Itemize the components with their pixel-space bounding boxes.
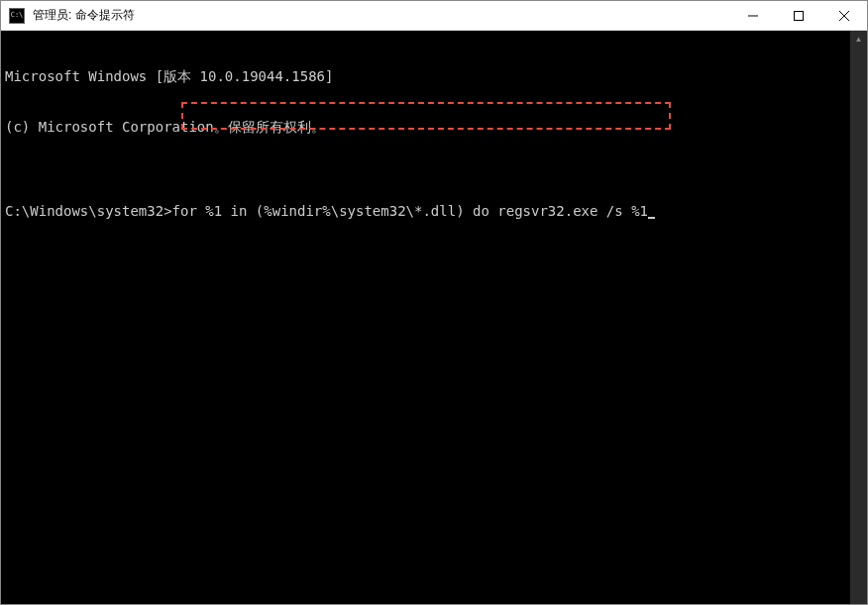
minimize-button[interactable] (730, 1, 776, 30)
prompt-text: C:\Windows\system32> (5, 203, 172, 219)
cursor (648, 217, 655, 219)
window-title: 管理员: 命令提示符 (33, 7, 730, 24)
cmd-window: C:\ 管理员: 命令提示符 Microsoft Windows [版本 10.… (0, 0, 868, 605)
version-line: Microsoft Windows [版本 10.0.19044.1586] (5, 68, 863, 85)
maximize-button[interactable] (776, 1, 821, 30)
scrollbar[interactable]: ▲ (850, 31, 867, 604)
scroll-up-button[interactable]: ▲ (850, 31, 867, 48)
window-controls (730, 1, 867, 30)
titlebar[interactable]: C:\ 管理员: 命令提示符 (1, 1, 867, 31)
close-button[interactable] (821, 1, 867, 30)
command-line: C:\Windows\system32>for %1 in (%windir%\… (5, 203, 863, 220)
cmd-icon: C:\ (9, 8, 25, 24)
command-text: for %1 in (%windir%\system32\*.dll) do r… (172, 203, 648, 219)
svg-rect-1 (795, 11, 804, 20)
terminal-content: Microsoft Windows [版本 10.0.19044.1586] (… (1, 31, 867, 257)
terminal-area[interactable]: Microsoft Windows [版本 10.0.19044.1586] (… (1, 31, 867, 604)
copyright-line: (c) Microsoft Corporation。保留所有权利。 (5, 119, 863, 136)
